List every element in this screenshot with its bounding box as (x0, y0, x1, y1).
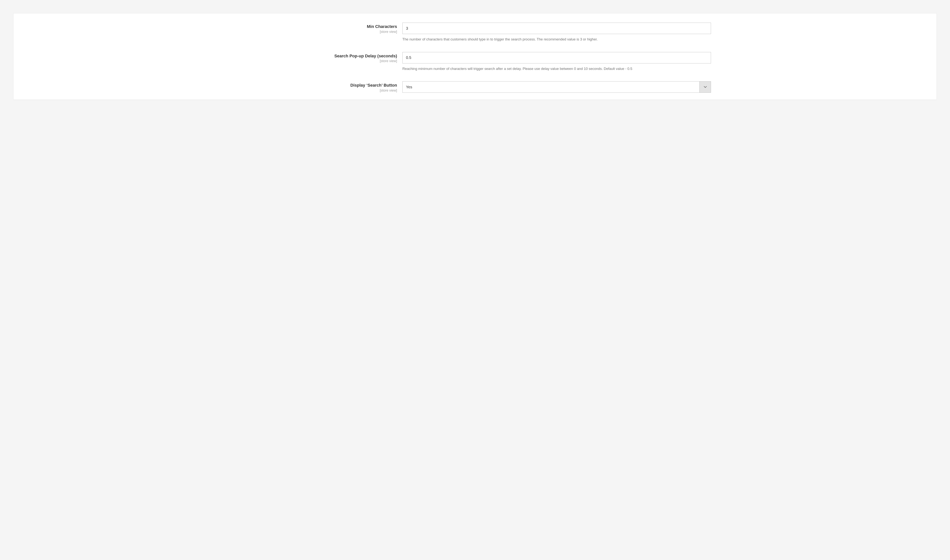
popup-delay-scope: [store view] (21, 59, 397, 63)
popup-delay-note: Reaching minimum number of characters wi… (402, 66, 711, 72)
display-search-button-value: Yes (403, 82, 700, 92)
label-col: Min Characters [store view] (21, 23, 402, 34)
row-min-characters: Min Characters [store view] The number o… (21, 23, 929, 42)
row-display-search-button: Display ‘Search’ Button [store view] Yes (21, 81, 929, 93)
min-characters-label: Min Characters (21, 24, 397, 29)
label-col: Search Pop-up Delay (seconds) [store vie… (21, 52, 402, 63)
chevron-down-icon (704, 85, 707, 89)
select-dropdown-button[interactable] (699, 82, 711, 92)
field-col: The number of characters that customers … (402, 23, 711, 42)
popup-delay-input[interactable] (402, 52, 711, 63)
min-characters-input[interactable] (402, 23, 711, 34)
min-characters-note: The number of characters that customers … (402, 37, 711, 42)
field-col: Reaching minimum number of characters wi… (402, 52, 711, 72)
display-search-button-label: Display ‘Search’ Button (21, 82, 397, 88)
config-panel: Min Characters [store view] The number o… (13, 13, 937, 100)
display-search-button-scope: [store view] (21, 89, 397, 92)
field-col: Yes (402, 81, 711, 93)
display-search-button-select[interactable]: Yes (402, 81, 711, 93)
label-col: Display ‘Search’ Button [store view] (21, 81, 402, 92)
popup-delay-label: Search Pop-up Delay (seconds) (21, 53, 397, 59)
min-characters-scope: [store view] (21, 30, 397, 34)
row-popup-delay: Search Pop-up Delay (seconds) [store vie… (21, 52, 929, 72)
